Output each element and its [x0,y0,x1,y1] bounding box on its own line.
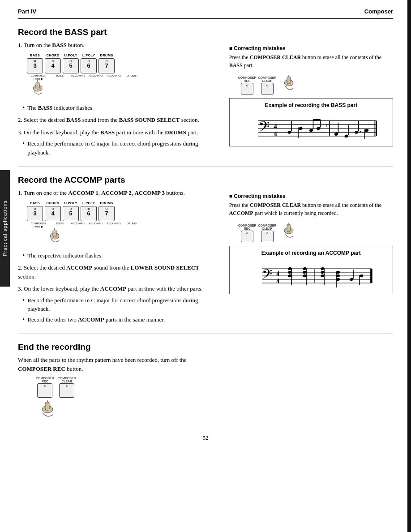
btn-group-bass2: BASS 3 [27,201,43,221]
svg-point-66 [349,278,353,281]
svg-point-16 [298,127,303,130]
svg-text:4: 4 [276,270,279,277]
accomp-bullet3: • Record the other two ACCOMP parts in t… [22,315,218,324]
accomp-button-diagram: BASS 3 CHORD 4 [27,201,218,247]
btn-composer-clear[interactable] [261,83,274,94]
side-tab: Practical applications [0,170,10,287]
bass-small-btn-diagram: COMPOSERREC COMPOSERCLEAR [238,73,393,94]
svg-point-24 [334,132,338,136]
bass-col-left: 1. Turn on the BASS button. BASS 3 [18,41,218,159]
accomp-correct-box: Correcting mistakes Press the COMPOSER C… [229,193,393,242]
btn-accomp-clear[interactable] [261,231,274,242]
btn-group-upoly2: U.POLY 5 [63,201,79,221]
bass-example-box: Example of recording the BASS part 𝄢 4 [229,98,393,146]
svg-point-56 [302,274,306,278]
btn-bass[interactable]: 3 [27,58,43,73]
accomp-step3: 3. On the lower keyboard, play the ACCOM… [18,284,218,293]
svg-point-18 [309,129,313,132]
svg-point-55 [302,270,306,274]
svg-point-28 [354,130,359,134]
header-right: Composer [364,8,393,15]
small-btn-composer-clear: COMPOSERCLEAR [258,76,277,94]
btn-bottom-labels: COMPOSER PART ▶ BASS ACCOMP 1 ACCOMP 2 A… [27,74,218,80]
svg-point-62 [336,270,340,274]
end-col-right [229,356,393,425]
end-col-left: When all the parts to the rhythm pattern… [18,356,218,425]
svg-point-63 [336,274,340,278]
accomp-btn-bottom-labels: COMPOSER PART ▶ BASS ACCOMP 1 ACCOMP 2 A… [27,222,218,228]
bass-small-btn-row: COMPOSERREC COMPOSERCLEAR [238,73,393,94]
btn-upoly[interactable]: 5 [63,58,79,73]
finger-pointer-bass [31,80,218,99]
svg-text:4: 4 [274,123,277,130]
section-end: End the recording When all the parts to … [18,342,393,425]
finger-pointer-correct-accomp [283,221,300,242]
btn-dot-drums [106,60,108,62]
bass-correct-text: Press the COMPOSER CLEAR button to erase… [229,53,393,69]
accomp-col-left: 1. Turn on one of the ACCOMP 1, ACCOMP 2… [18,189,218,326]
bass-col-right: Correcting mistakes Press the COMPOSER C… [229,41,393,159]
accomp-button-row: BASS 3 CHORD 4 [27,201,218,221]
section-bass: Record the BASS part 1. Turn on the BASS… [18,27,393,159]
btn-lpoly2[interactable]: 6 [81,206,97,221]
svg-point-30 [360,131,361,133]
btn-composer-rec[interactable] [241,83,253,94]
svg-point-14 [287,130,291,134]
btn-chord2[interactable]: 4 [45,206,61,221]
section-bass-title: Record the BASS part [18,27,393,37]
svg-point-52 [287,274,291,278]
btn-upoly2[interactable]: 5 [63,206,79,221]
page-number: 52 [18,434,393,446]
svg-rect-4 [287,77,291,84]
section-accomp: Record the ACCOMP parts 1. Turn on one o… [18,175,393,326]
end-two-col: When all the parts to the rhythm pattern… [18,356,393,425]
end-btn-clear[interactable] [59,383,74,398]
accomp-example-title: Example of recording an ACCOMP part [234,250,388,256]
btn-group-drums: DRUMS 7 [98,53,115,73]
accomp-bullet2: • Record the performance in C major for … [22,296,218,313]
accomp-small-btn-diagram: COMPOSERREC COMPOSERCLEAR [238,221,393,242]
svg-text:4: 4 [276,278,279,284]
btn-drums2[interactable]: 7 [98,206,115,221]
end-step1: When all the parts to the rhythm pattern… [18,356,218,373]
btn-accomp-rec[interactable] [241,231,253,242]
btn-group-upoly: U.POLY 5 [63,53,79,73]
svg-rect-37 [53,230,56,237]
small-btn-composer-rec: COMPOSERREC [238,76,257,94]
end-btn-rec[interactable] [37,383,52,398]
svg-text:𝄢: 𝄢 [258,119,269,138]
bass-two-col: 1. Turn on the BASS button. BASS 3 [18,41,393,159]
bass-correct-title: Correcting mistakes [229,45,393,51]
svg-point-54 [302,267,306,270]
btn-lpoly[interactable]: 6 [81,58,97,73]
btn-drums[interactable]: 7 [98,58,115,73]
btn-dot-lpoly [88,60,90,62]
end-button-diagram: COMPOSERREC COMPOSERCLEAR [27,377,218,421]
btn-chord[interactable]: 4 [45,58,61,73]
svg-text:4: 4 [274,130,277,137]
page-header: Part IV Composer [18,0,393,19]
btn-group-lpoly: L.POLY 6 [81,53,97,73]
accomp-bullet2-text: Record the performance in C major for co… [27,296,218,313]
btn-dot-chord [52,60,54,62]
btn-dot-bass [34,60,36,62]
btn-group-chord2: CHORD 4 [45,201,61,221]
accomp-music-staff: 𝄢 4 4 [234,259,388,290]
accomp-example-box: Example of recording an ACCOMP part 𝄢 4 … [229,246,393,294]
btn-group-bass: BASS 3 [27,53,43,73]
svg-rect-40 [287,224,291,232]
section-accomp-title: Record the ACCOMP parts [18,175,393,185]
svg-point-60 [320,274,324,278]
svg-point-50 [287,267,291,270]
end-btn-clear-group: COMPOSERCLEAR [58,377,76,398]
divider-2 [18,334,393,334]
svg-point-31 [364,129,369,132]
accomp-two-col: 1. Turn on one of the ACCOMP 1, ACCOMP 2… [18,189,393,326]
btn-bass2[interactable]: 3 [27,206,43,221]
accomp-bullet1: • The respective indicator flashes. [22,251,218,260]
svg-text:𝄽: 𝄽 [325,124,327,128]
small-btn-accomp-rec: COMPOSERREC [238,224,257,242]
svg-point-64 [336,278,340,281]
bass-button-diagram: BASS 3 CHORD 4 [27,53,218,99]
accomp-correct-text: Press the COMPOSER CLEAR button to erase… [229,201,393,217]
